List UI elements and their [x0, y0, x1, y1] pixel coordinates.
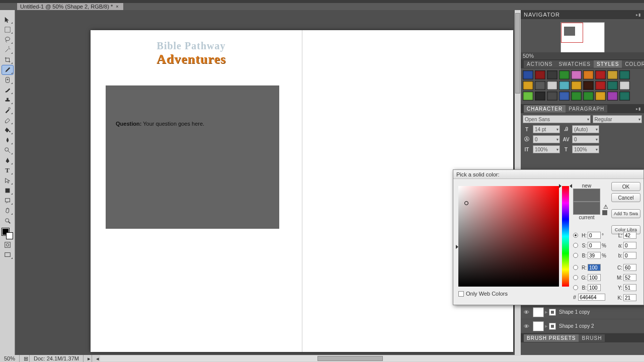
hue-radio[interactable]: [573, 233, 578, 238]
y-input[interactable]: [623, 284, 636, 291]
tab-styles[interactable]: STYLES: [594, 60, 622, 68]
saturation-value-field[interactable]: [458, 186, 559, 287]
move-tool[interactable]: [2, 15, 13, 24]
layer-row[interactable]: 👁 ▸ Shape 1 copy 2: [521, 319, 644, 333]
shape-tool[interactable]: [2, 186, 13, 195]
style-swatch[interactable]: [535, 70, 545, 79]
style-swatch[interactable]: [559, 70, 570, 79]
notes-tool[interactable]: [2, 196, 13, 205]
style-swatch[interactable]: [523, 81, 533, 90]
style-swatch[interactable]: [523, 92, 533, 101]
hand-tool[interactable]: [2, 206, 13, 215]
style-swatch[interactable]: [547, 81, 557, 90]
path-tool[interactable]: [2, 176, 13, 185]
leading-select[interactable]: (Auto): [572, 125, 599, 133]
sat-radio[interactable]: [573, 243, 578, 248]
bright-input[interactable]: [588, 252, 601, 259]
crop-tool[interactable]: [2, 55, 13, 64]
bucket-tool[interactable]: [2, 126, 13, 135]
style-swatch[interactable]: [583, 81, 594, 90]
a-input[interactable]: [623, 242, 636, 249]
style-swatch[interactable]: [547, 92, 557, 101]
wand-tool[interactable]: [2, 45, 13, 54]
bright-radio[interactable]: [573, 253, 578, 258]
font-family-select[interactable]: Open Sans: [523, 115, 591, 123]
style-swatch[interactable]: [595, 70, 606, 79]
close-icon[interactable]: ×: [116, 4, 118, 9]
style-swatch[interactable]: [523, 70, 533, 79]
web-colors-checkbox[interactable]: Only Web Colors: [458, 291, 508, 297]
style-swatch[interactable]: [571, 70, 582, 79]
style-swatch[interactable]: [571, 92, 582, 101]
style-swatch[interactable]: [619, 92, 630, 101]
style-swatch[interactable]: [583, 70, 594, 79]
style-swatch[interactable]: [559, 92, 570, 101]
dodge-tool[interactable]: [2, 146, 13, 155]
layer-row[interactable]: 👁 ▸ Shape 1 copy: [521, 305, 644, 319]
style-swatch[interactable]: [607, 70, 618, 79]
font-style-select[interactable]: Regular: [593, 115, 642, 123]
lasso-tool[interactable]: [2, 35, 13, 44]
warning-swatch[interactable]: [602, 210, 607, 215]
c-input[interactable]: [623, 264, 636, 271]
navigator-body[interactable]: 50%: [521, 19, 644, 59]
navigator-zoom[interactable]: 50%: [521, 52, 644, 59]
r-input[interactable]: [588, 264, 601, 271]
tracking-select[interactable]: 0: [572, 135, 599, 143]
m-input[interactable]: [623, 274, 636, 281]
hex-input[interactable]: [578, 294, 605, 301]
tab-actions[interactable]: ACTIONS: [524, 60, 555, 68]
hue-slider[interactable]: [562, 186, 569, 287]
blur-tool[interactable]: [2, 136, 13, 145]
r-radio[interactable]: [573, 265, 578, 270]
style-swatch[interactable]: [571, 81, 582, 90]
eyedropper-tool[interactable]: [2, 65, 13, 74]
eye-icon[interactable]: 👁: [523, 309, 530, 316]
eraser-tool[interactable]: [2, 116, 13, 125]
horizontal-scrollbar[interactable]: [100, 355, 644, 361]
hscale-input[interactable]: 100%: [572, 145, 599, 153]
style-swatch[interactable]: [535, 92, 545, 101]
k-input[interactable]: [623, 294, 636, 301]
status-menu-icon[interactable]: ▸: [84, 355, 92, 362]
current-color-swatch[interactable]: [573, 202, 600, 215]
scroll-left-icon[interactable]: ◂: [92, 355, 100, 362]
tab-brush-presets[interactable]: BRUSH PRESETS: [524, 334, 579, 342]
history-brush-tool[interactable]: [2, 106, 13, 115]
lab-b-input[interactable]: [623, 252, 636, 259]
pen-tool[interactable]: [2, 156, 13, 165]
screenmode-tool[interactable]: [2, 250, 13, 259]
g-input[interactable]: [588, 274, 601, 281]
style-swatch[interactable]: [547, 70, 557, 79]
new-color-swatch[interactable]: [573, 189, 600, 202]
collapse-icon[interactable]: ▸▮: [636, 107, 641, 111]
zoom-tool[interactable]: [2, 216, 13, 225]
tab-color[interactable]: COLOR: [622, 60, 644, 68]
kerning-select[interactable]: 0: [533, 135, 560, 143]
font-size-select[interactable]: 14 pt: [533, 125, 560, 133]
l-input[interactable]: [623, 232, 636, 239]
canvas-area[interactable]: Bible Pathway Adventures Question: Your …: [15, 10, 521, 355]
cancel-button[interactable]: Cancel: [611, 193, 640, 202]
collapse-icon[interactable]: ▸▮: [636, 13, 641, 17]
marquee-tool[interactable]: [2, 25, 13, 34]
navigator-thumb[interactable]: [560, 22, 605, 53]
tab-paragraph[interactable]: PARAGRAPH: [566, 105, 607, 113]
eye-icon[interactable]: 👁: [523, 323, 530, 330]
hue-input[interactable]: [588, 232, 601, 239]
style-swatch[interactable]: [595, 92, 606, 101]
style-swatch[interactable]: [559, 81, 570, 90]
quickmask-tool[interactable]: [2, 240, 13, 249]
add-to-swatches-button[interactable]: Add To Swa: [611, 209, 640, 218]
document-tab[interactable]: Untitled-1 @ 50% (Shape 2, RGB/8) * ×: [17, 3, 123, 10]
color-swatches[interactable]: [2, 228, 13, 239]
warning-icon[interactable]: ⚠: [602, 203, 609, 210]
ok-button[interactable]: OK: [611, 182, 640, 191]
stamp-tool[interactable]: [2, 96, 13, 105]
tab-character[interactable]: CHARACTER: [524, 105, 566, 113]
style-swatch[interactable]: [595, 81, 606, 90]
style-swatch[interactable]: [583, 92, 594, 101]
brush-tool[interactable]: [2, 85, 13, 95]
text-tool[interactable]: T: [2, 166, 13, 175]
style-swatch[interactable]: [535, 81, 545, 90]
